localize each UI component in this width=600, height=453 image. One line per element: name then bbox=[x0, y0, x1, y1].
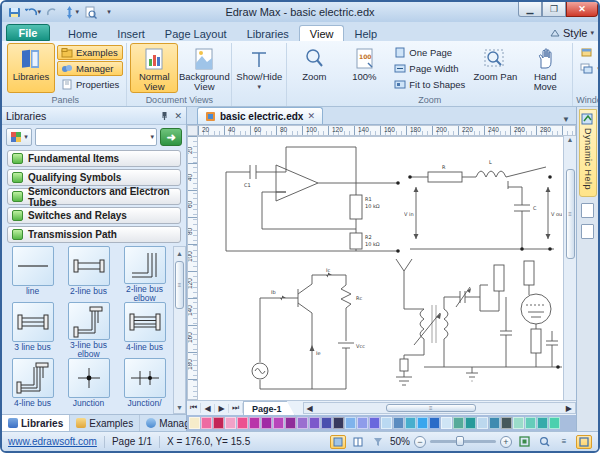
undo-button[interactable]: ▾ bbox=[25, 5, 41, 19]
tab-insert[interactable]: Insert bbox=[107, 26, 155, 41]
tab-home[interactable]: Home bbox=[58, 26, 107, 41]
shape-3-line-bus-elbow[interactable]: 3-line bus elbow bbox=[62, 302, 115, 358]
tab-help[interactable]: Help bbox=[344, 26, 387, 41]
next-page-button[interactable]: ▶ bbox=[215, 404, 229, 413]
tab-page-layout[interactable]: Page Layout bbox=[155, 26, 237, 41]
shape-3-line-bus[interactable]: 3 line bus bbox=[6, 302, 59, 358]
clipboard-page-icon[interactable] bbox=[581, 203, 594, 218]
zoom-region-button[interactable] bbox=[536, 435, 552, 449]
palette-swatch[interactable] bbox=[441, 417, 452, 429]
zoom-in-button[interactable]: + bbox=[500, 436, 512, 448]
palette-swatch[interactable] bbox=[489, 417, 500, 429]
library-go-button[interactable]: ➜ bbox=[160, 128, 182, 146]
palette-swatch[interactable] bbox=[429, 417, 440, 429]
bottom-tab-examples[interactable]: Examples bbox=[70, 415, 140, 431]
palette-swatch[interactable] bbox=[297, 417, 308, 429]
background-view-button[interactable]: Background View bbox=[180, 43, 228, 93]
minimize-button[interactable]: ▁ bbox=[518, 2, 542, 17]
shape-line[interactable]: line bbox=[6, 246, 59, 302]
category-qualifying-symbols[interactable]: Qualifying Symbols bbox=[7, 169, 181, 186]
shape-4-line-bus-elbow[interactable]: 4-line bus bbox=[6, 358, 59, 414]
tab-view[interactable]: View bbox=[299, 25, 345, 41]
palette-swatch[interactable] bbox=[381, 417, 392, 429]
bottom-tab-libraries[interactable]: Libraries bbox=[2, 415, 70, 431]
maximize-button[interactable]: ❐ bbox=[542, 2, 566, 17]
canvas-horizontal-scrollbar[interactable]: ◀ ≡ ▶ bbox=[303, 402, 576, 414]
redo-button[interactable] bbox=[44, 5, 60, 19]
filter-button[interactable] bbox=[370, 435, 386, 449]
palette-swatch[interactable] bbox=[525, 417, 536, 429]
shape-junction-2[interactable]: Junction/ bbox=[118, 358, 171, 414]
panel-close-icon[interactable]: ✕ bbox=[174, 111, 182, 121]
new-window-button[interactable] bbox=[576, 45, 600, 60]
scroll-down-icon[interactable]: ▼ bbox=[176, 401, 183, 413]
libraries-button[interactable]: Libraries bbox=[7, 43, 55, 93]
shape-junction[interactable]: Junction bbox=[62, 358, 115, 414]
drawing-canvas[interactable]: C1 R1 10 kΩ R2 10 kΩ bbox=[198, 136, 563, 400]
dynamic-help-tab[interactable]: Dynamic Help bbox=[579, 109, 597, 197]
scrollbar-thumb[interactable]: ≡ bbox=[175, 261, 184, 309]
list-view-button[interactable]: ≡ bbox=[556, 435, 572, 449]
full-screen-button[interactable] bbox=[576, 435, 592, 449]
arrange-windows-button[interactable]: ▾ bbox=[576, 61, 600, 76]
palette-swatch[interactable] bbox=[465, 417, 476, 429]
clipboard-page-icon-2[interactable] bbox=[581, 224, 594, 239]
style-dropdown[interactable]: ▾ bbox=[590, 29, 594, 37]
edrawsoft-link[interactable]: www.edrawsoft.com bbox=[8, 436, 97, 447]
palette-swatch[interactable] bbox=[213, 417, 224, 429]
print-preview-button[interactable] bbox=[82, 5, 98, 19]
normal-view-button[interactable]: Normal View bbox=[130, 43, 178, 93]
tab-file[interactable]: File bbox=[6, 24, 50, 41]
palette-swatch[interactable] bbox=[249, 417, 260, 429]
palette-swatch[interactable] bbox=[501, 417, 512, 429]
document-tab[interactable]: basic electric.edx ✕ bbox=[197, 107, 323, 124]
palette-swatch[interactable] bbox=[225, 417, 236, 429]
palette-swatch[interactable] bbox=[513, 417, 524, 429]
zoom-slider-knob[interactable] bbox=[456, 436, 464, 446]
page-tab[interactable]: Page-1 bbox=[243, 401, 295, 415]
category-transmission-path[interactable]: Transmission Path bbox=[7, 226, 181, 243]
style-button[interactable]: Style ▾ bbox=[550, 27, 594, 41]
hscroll-right-icon[interactable]: ▶ bbox=[563, 404, 575, 413]
palette-swatch[interactable] bbox=[393, 417, 404, 429]
fit-page-button[interactable] bbox=[516, 435, 532, 449]
combo-dropdown-icon[interactable]: ▾ bbox=[150, 133, 154, 141]
canvas-vertical-scrollbar[interactable]: ▲ ≡ bbox=[563, 136, 576, 400]
zoom-100-button[interactable]: 100 100% bbox=[340, 43, 388, 93]
close-button[interactable]: ✕ bbox=[566, 2, 598, 17]
palette-swatch[interactable] bbox=[189, 417, 200, 429]
show-hide-button[interactable]: Show/Hide ▾ bbox=[235, 43, 283, 93]
page-break-view-button[interactable] bbox=[350, 435, 366, 449]
hand-move-button[interactable]: Hand Move bbox=[521, 43, 569, 93]
category-switches-relays[interactable]: Switches and Relays bbox=[7, 207, 181, 224]
page-width-button[interactable]: Page Width bbox=[390, 61, 469, 76]
manager-button[interactable]: Manager bbox=[57, 61, 123, 76]
zoom-pan-button[interactable]: Zoom Pan bbox=[471, 43, 519, 93]
palette-swatch[interactable] bbox=[201, 417, 212, 429]
one-page-button[interactable]: One Page bbox=[390, 45, 469, 60]
palette-swatch[interactable] bbox=[369, 417, 380, 429]
category-semiconductors[interactable]: Semiconductors and Electron Tubes bbox=[7, 188, 181, 205]
pin-icon[interactable] bbox=[160, 111, 169, 121]
save-button[interactable] bbox=[6, 5, 22, 19]
shape-4-line-bus[interactable]: 4-line bus bbox=[118, 302, 171, 358]
tab-libraries[interactable]: Libraries bbox=[237, 26, 299, 41]
palette-swatch[interactable] bbox=[261, 417, 272, 429]
palette-swatch[interactable] bbox=[417, 417, 428, 429]
palette-swatch[interactable] bbox=[453, 417, 464, 429]
prev-page-button[interactable]: ◀ bbox=[201, 404, 215, 413]
fit-to-shapes-button[interactable]: Fit to Shapes bbox=[390, 77, 469, 92]
category-fundamental-items[interactable]: Fundamental Items bbox=[7, 150, 181, 167]
hscroll-left-icon[interactable]: ◀ bbox=[304, 404, 316, 413]
palette-swatch[interactable] bbox=[333, 417, 344, 429]
palette-swatch[interactable] bbox=[321, 417, 332, 429]
document-close-icon[interactable]: ✕ bbox=[307, 111, 315, 121]
normal-view-mode-button[interactable] bbox=[330, 435, 346, 449]
qat-customize-button[interactable]: ▾ bbox=[101, 5, 117, 19]
palette-swatch[interactable] bbox=[537, 417, 548, 429]
palette-swatch[interactable] bbox=[477, 417, 488, 429]
palette-swatch[interactable] bbox=[237, 417, 248, 429]
scroll-up-icon[interactable]: ▲ bbox=[176, 247, 183, 259]
zoom-out-button[interactable]: − bbox=[414, 436, 426, 448]
navigate-button[interactable]: ▾ bbox=[63, 5, 79, 19]
